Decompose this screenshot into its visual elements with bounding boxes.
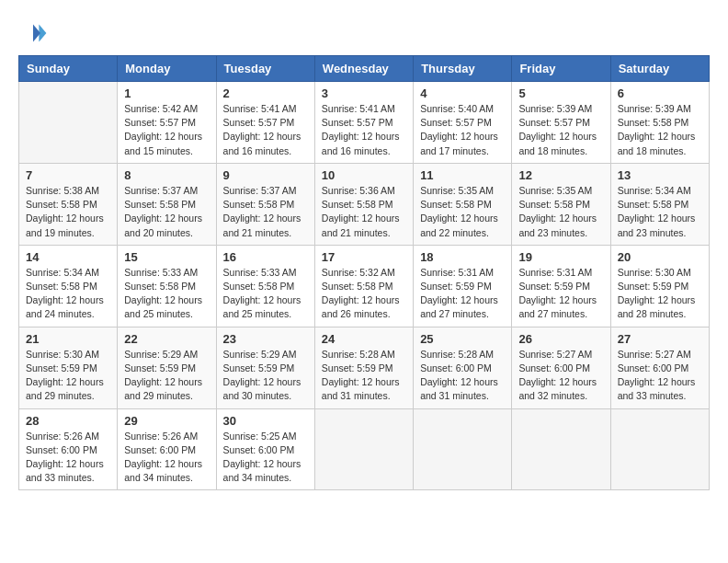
- calendar-cell: 24Sunrise: 5:28 AM Sunset: 5:59 PM Dayli…: [314, 327, 413, 408]
- calendar-cell: 11Sunrise: 5:35 AM Sunset: 5:58 PM Dayli…: [414, 163, 512, 245]
- day-info: Sunrise: 5:41 AM Sunset: 5:57 PM Dayligh…: [322, 102, 406, 158]
- calendar-row: 14Sunrise: 5:34 AM Sunset: 5:58 PM Dayli…: [19, 245, 710, 327]
- calendar-cell: 23Sunrise: 5:29 AM Sunset: 5:59 PM Dayli…: [216, 327, 314, 408]
- day-number: 13: [618, 168, 702, 182]
- calendar-cell: 2Sunrise: 5:41 AM Sunset: 5:57 PM Daylig…: [216, 82, 314, 164]
- day-number: 4: [420, 86, 505, 100]
- calendar-cell: 9Sunrise: 5:37 AM Sunset: 5:58 PM Daylig…: [216, 163, 314, 245]
- calendar-cell: 6Sunrise: 5:39 AM Sunset: 5:58 PM Daylig…: [610, 82, 709, 164]
- calendar-row: 21Sunrise: 5:30 AM Sunset: 5:59 PM Dayli…: [19, 327, 710, 408]
- calendar-cell: [414, 408, 512, 490]
- day-number: 3: [322, 86, 406, 100]
- day-number: 30: [223, 414, 308, 428]
- day-info: Sunrise: 5:33 AM Sunset: 5:58 PM Dayligh…: [124, 266, 209, 322]
- calendar-cell: 14Sunrise: 5:34 AM Sunset: 5:58 PM Dayli…: [19, 245, 118, 327]
- calendar-row: 1Sunrise: 5:42 AM Sunset: 5:57 PM Daylig…: [19, 82, 710, 164]
- day-number: 20: [618, 250, 702, 264]
- logo-icon: [18, 18, 48, 48]
- day-number: 2: [223, 86, 308, 100]
- day-number: 14: [26, 250, 110, 264]
- calendar-cell: 1Sunrise: 5:42 AM Sunset: 5:57 PM Daylig…: [118, 82, 216, 164]
- day-number: 17: [322, 250, 406, 264]
- day-number: 6: [618, 86, 702, 100]
- day-number: 24: [322, 332, 406, 346]
- day-info: Sunrise: 5:29 AM Sunset: 5:59 PM Dayligh…: [223, 348, 308, 404]
- day-info: Sunrise: 5:30 AM Sunset: 5:59 PM Dayligh…: [26, 348, 110, 404]
- day-info: Sunrise: 5:31 AM Sunset: 5:59 PM Dayligh…: [420, 266, 505, 322]
- day-number: 9: [223, 168, 308, 182]
- day-number: 12: [518, 168, 603, 182]
- page-header: [18, 18, 710, 48]
- column-header-monday: Monday: [118, 56, 216, 82]
- column-header-sunday: Sunday: [19, 56, 118, 82]
- day-info: Sunrise: 5:34 AM Sunset: 5:58 PM Dayligh…: [26, 266, 110, 322]
- calendar-cell: 25Sunrise: 5:28 AM Sunset: 6:00 PM Dayli…: [414, 327, 512, 408]
- calendar-cell: [314, 408, 413, 490]
- calendar-cell: 29Sunrise: 5:26 AM Sunset: 6:00 PM Dayli…: [118, 408, 216, 490]
- day-info: Sunrise: 5:41 AM Sunset: 5:57 PM Dayligh…: [223, 102, 308, 158]
- day-number: 18: [420, 250, 505, 264]
- calendar-cell: 3Sunrise: 5:41 AM Sunset: 5:57 PM Daylig…: [314, 82, 413, 164]
- logo: [18, 18, 51, 48]
- day-info: Sunrise: 5:30 AM Sunset: 5:59 PM Dayligh…: [618, 266, 702, 322]
- calendar-cell: 18Sunrise: 5:31 AM Sunset: 5:59 PM Dayli…: [414, 245, 512, 327]
- column-header-wednesday: Wednesday: [314, 56, 413, 82]
- calendar-header: SundayMondayTuesdayWednesdayThursdayFrid…: [19, 56, 710, 82]
- day-number: 22: [124, 332, 209, 346]
- day-info: Sunrise: 5:32 AM Sunset: 5:58 PM Dayligh…: [322, 266, 406, 322]
- day-number: 19: [518, 250, 603, 264]
- calendar-cell: 13Sunrise: 5:34 AM Sunset: 5:58 PM Dayli…: [610, 163, 709, 245]
- day-info: Sunrise: 5:27 AM Sunset: 6:00 PM Dayligh…: [518, 348, 603, 404]
- day-info: Sunrise: 5:34 AM Sunset: 5:58 PM Dayligh…: [618, 184, 702, 240]
- calendar-cell: 28Sunrise: 5:26 AM Sunset: 6:00 PM Dayli…: [19, 408, 118, 490]
- day-number: 21: [26, 332, 110, 346]
- calendar-cell: 20Sunrise: 5:30 AM Sunset: 5:59 PM Dayli…: [610, 245, 709, 327]
- calendar-cell: [512, 408, 610, 490]
- day-info: Sunrise: 5:36 AM Sunset: 5:58 PM Dayligh…: [322, 184, 406, 240]
- calendar-cell: 4Sunrise: 5:40 AM Sunset: 5:57 PM Daylig…: [414, 82, 512, 164]
- calendar-cell: 21Sunrise: 5:30 AM Sunset: 5:59 PM Dayli…: [19, 327, 118, 408]
- day-number: 27: [618, 332, 702, 346]
- day-number: 5: [518, 86, 603, 100]
- page-wrapper: SundayMondayTuesdayWednesdayThursdayFrid…: [18, 18, 710, 490]
- day-number: 7: [26, 168, 110, 182]
- calendar-cell: 7Sunrise: 5:38 AM Sunset: 5:58 PM Daylig…: [19, 163, 118, 245]
- day-number: 26: [518, 332, 603, 346]
- day-info: Sunrise: 5:37 AM Sunset: 5:58 PM Dayligh…: [223, 184, 308, 240]
- day-number: 11: [420, 168, 505, 182]
- column-header-thursday: Thursday: [414, 56, 512, 82]
- day-number: 10: [322, 168, 406, 182]
- day-info: Sunrise: 5:28 AM Sunset: 5:59 PM Dayligh…: [322, 348, 406, 404]
- day-number: 16: [223, 250, 308, 264]
- day-number: 28: [26, 414, 110, 428]
- calendar-cell: 26Sunrise: 5:27 AM Sunset: 6:00 PM Dayli…: [512, 327, 610, 408]
- calendar-cell: 27Sunrise: 5:27 AM Sunset: 6:00 PM Dayli…: [610, 327, 709, 408]
- day-info: Sunrise: 5:39 AM Sunset: 5:58 PM Dayligh…: [618, 102, 702, 158]
- calendar-cell: 16Sunrise: 5:33 AM Sunset: 5:58 PM Dayli…: [216, 245, 314, 327]
- day-info: Sunrise: 5:27 AM Sunset: 6:00 PM Dayligh…: [618, 348, 702, 404]
- day-info: Sunrise: 5:40 AM Sunset: 5:57 PM Dayligh…: [420, 102, 505, 158]
- day-info: Sunrise: 5:31 AM Sunset: 5:59 PM Dayligh…: [518, 266, 603, 322]
- calendar-cell: [19, 82, 118, 164]
- day-info: Sunrise: 5:35 AM Sunset: 5:58 PM Dayligh…: [518, 184, 603, 240]
- calendar-cell: [610, 408, 709, 490]
- calendar-cell: 19Sunrise: 5:31 AM Sunset: 5:59 PM Dayli…: [512, 245, 610, 327]
- day-info: Sunrise: 5:42 AM Sunset: 5:57 PM Dayligh…: [124, 102, 209, 158]
- day-info: Sunrise: 5:38 AM Sunset: 5:58 PM Dayligh…: [26, 184, 110, 240]
- calendar-cell: 17Sunrise: 5:32 AM Sunset: 5:58 PM Dayli…: [314, 245, 413, 327]
- column-header-tuesday: Tuesday: [216, 56, 314, 82]
- day-number: 15: [124, 250, 209, 264]
- calendar-cell: 30Sunrise: 5:25 AM Sunset: 6:00 PM Dayli…: [216, 408, 314, 490]
- day-number: 29: [124, 414, 209, 428]
- calendar-cell: 22Sunrise: 5:29 AM Sunset: 5:59 PM Dayli…: [118, 327, 216, 408]
- day-info: Sunrise: 5:35 AM Sunset: 5:58 PM Dayligh…: [420, 184, 505, 240]
- calendar-cell: 10Sunrise: 5:36 AM Sunset: 5:58 PM Dayli…: [314, 163, 413, 245]
- calendar-cell: 5Sunrise: 5:39 AM Sunset: 5:57 PM Daylig…: [512, 82, 610, 164]
- day-info: Sunrise: 5:28 AM Sunset: 6:00 PM Dayligh…: [420, 348, 505, 404]
- day-number: 8: [124, 168, 209, 182]
- calendar-cell: 15Sunrise: 5:33 AM Sunset: 5:58 PM Dayli…: [118, 245, 216, 327]
- day-number: 23: [223, 332, 308, 346]
- column-header-friday: Friday: [512, 56, 610, 82]
- day-number: 25: [420, 332, 505, 346]
- day-info: Sunrise: 5:26 AM Sunset: 6:00 PM Dayligh…: [26, 430, 110, 486]
